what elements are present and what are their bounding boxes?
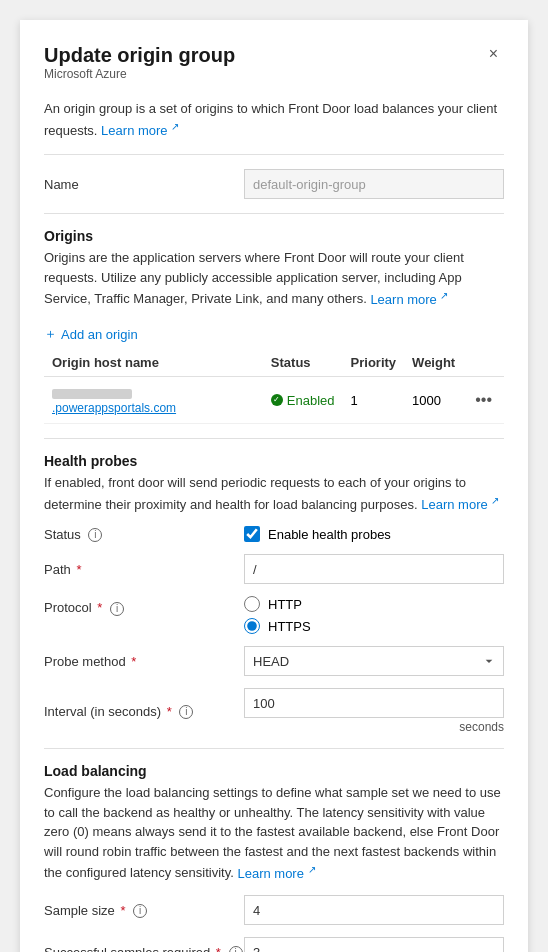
status-enabled: Enabled [271,393,335,408]
successful-samples-info-icon[interactable]: i [229,946,243,952]
interval-label: Interval (in seconds) * i [44,704,244,720]
sample-size-required-marker: * [120,903,125,918]
seconds-label: seconds [244,720,504,734]
origin-actions-cell: ••• [463,377,504,424]
probe-method-field-value: HEAD GET [244,646,504,676]
protocol-https-label: HTTPS [268,619,311,634]
status-label: Status i [44,527,244,543]
origins-external-link-icon: ↗ [440,289,448,300]
protocol-radio-group: HTTP HTTPS [244,596,504,634]
origins-table: Origin host name Status Priority Weight … [44,349,504,424]
path-field-value [244,554,504,584]
health-probes-external-link-icon: ↗ [491,495,499,506]
enable-health-probes-checkbox[interactable] [244,526,260,542]
protocol-http-label: HTTP [268,597,302,612]
col-weight: Weight [404,349,463,377]
panel-subtitle: Microsoft Azure [44,67,235,81]
origins-description: Origins are the application servers wher… [44,248,504,309]
sample-size-label: Sample size * i [44,903,244,919]
health-probes-section: Health probes If enabled, front door wil… [44,453,504,734]
sample-size-field-row: Sample size * i [44,895,504,925]
protocol-http-row: HTTP [244,596,504,612]
sample-size-info-icon[interactable]: i [133,904,147,918]
protocol-field-value: HTTP HTTPS [244,596,504,634]
table-row: .powerappsportals.com Enabled 1 1000 ••• [44,377,504,424]
origins-title: Origins [44,228,504,244]
divider-1 [44,154,504,155]
status-field-value: Enable health probes [244,526,504,542]
update-origin-group-panel: Update origin group Microsoft Azure × An… [20,20,528,952]
origin-host-cell: .powerappsportals.com [44,377,263,424]
protocol-http-radio[interactable] [244,596,260,612]
status-field-row: Status i Enable health probes [44,526,504,542]
protocol-field-row: Protocol * i HTTP HTTPS [44,596,504,634]
close-button[interactable]: × [483,44,504,64]
load-balancing-section: Load balancing Configure the load balanc… [44,763,504,952]
divider-4 [44,748,504,749]
origin-status-cell: Enabled [263,377,343,424]
successful-samples-field-value [244,937,504,952]
name-label: Name [44,177,244,192]
divider-3 [44,438,504,439]
enable-health-probes-row: Enable health probes [244,526,504,542]
origins-section: Origins Origins are the application serv… [44,228,504,424]
col-status: Status [263,349,343,377]
path-input[interactable] [244,554,504,584]
interval-info-icon[interactable]: i [179,705,193,719]
col-host: Origin host name [44,349,263,377]
status-info-icon[interactable]: i [88,528,102,542]
interval-required-marker: * [167,704,172,719]
path-label: Path * [44,562,244,577]
origins-learn-more-link[interactable]: Learn more ↗ [370,292,448,307]
protocol-https-row: HTTPS [244,618,504,634]
description-learn-more-link[interactable]: Learn more ↗ [101,123,179,138]
name-input[interactable] [244,169,504,199]
origin-weight-cell: 1000 [404,377,463,424]
interval-input[interactable] [244,688,504,718]
load-balancing-title: Load balancing [44,763,504,779]
protocol-label: Protocol * i [44,596,244,616]
enable-health-probes-label: Enable health probes [268,527,391,542]
add-origin-button[interactable]: ＋ Add an origin [44,319,138,349]
col-actions [463,349,504,377]
panel-header: Update origin group Microsoft Azure × [44,44,504,95]
plus-icon: ＋ [44,325,57,343]
probe-method-field-row: Probe method * HEAD GET [44,646,504,676]
protocol-required-marker: * [97,600,102,615]
probe-method-select[interactable]: HEAD GET [244,646,504,676]
name-field-row: Name [44,169,504,199]
masked-host [52,389,132,399]
panel-title: Update origin group [44,44,235,67]
col-priority: Priority [343,349,405,377]
load-balancing-external-link-icon: ↗ [308,863,316,874]
sample-size-input[interactable] [244,895,504,925]
name-field-value [244,169,504,199]
successful-samples-input[interactable] [244,937,504,952]
panel-description: An origin group is a set of origins to w… [44,99,504,140]
protocol-https-radio[interactable] [244,618,260,634]
health-probes-description: If enabled, front door will send periodi… [44,473,504,514]
interval-field-row: Interval (in seconds) * i seconds [44,688,504,734]
origin-priority-cell: 1 [343,377,405,424]
sample-size-field-value [244,895,504,925]
path-field-row: Path * [44,554,504,584]
health-probes-learn-more-link[interactable]: Learn more ↗ [421,497,499,512]
successful-samples-required-marker: * [216,945,221,952]
origin-host-link[interactable]: .powerappsportals.com [52,386,176,415]
load-balancing-description: Configure the load balancing settings to… [44,783,504,883]
load-balancing-learn-more-link[interactable]: Learn more ↗ [237,866,315,881]
successful-samples-label: Successful samples required * i [44,945,244,952]
interval-field-value: seconds [244,688,504,734]
health-probes-title: Health probes [44,453,504,469]
probe-method-required-marker: * [131,654,136,669]
row-options-button[interactable]: ••• [471,389,496,411]
probe-method-label: Probe method * [44,654,244,669]
divider-2 [44,213,504,214]
external-link-icon: ↗ [171,121,179,132]
panel-title-group: Update origin group Microsoft Azure [44,44,235,95]
protocol-info-icon[interactable]: i [110,602,124,616]
status-dot-icon [271,394,283,406]
path-required-marker: * [76,562,81,577]
successful-samples-field-row: Successful samples required * i [44,937,504,952]
